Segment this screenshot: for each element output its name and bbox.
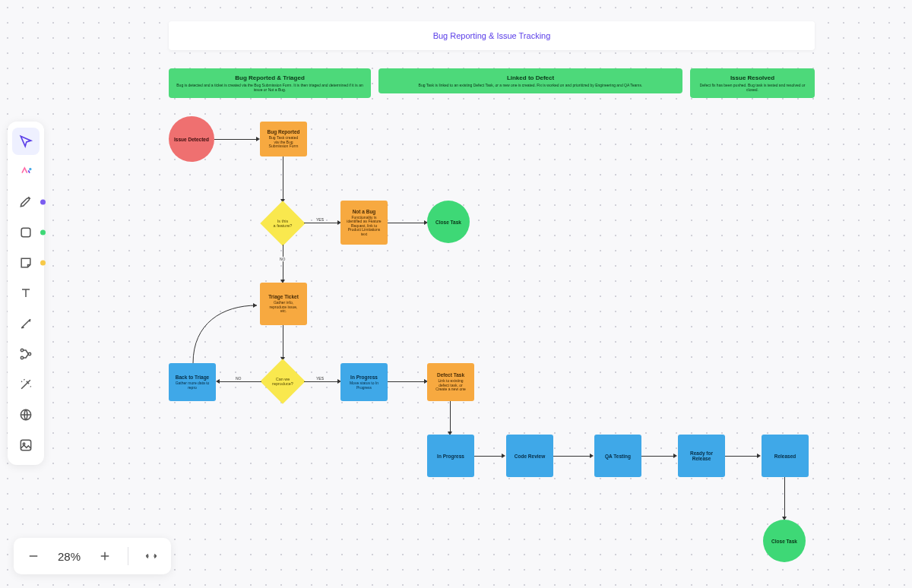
arrow-head-icon [216, 379, 220, 384]
node-label: Close Task [435, 220, 461, 225]
node-ready-for-release[interactable]: Ready for Release [678, 435, 725, 477]
header-title: Issue Resolved [698, 74, 807, 81]
note-color-dot [40, 261, 46, 266]
diagram-title: Bug Reporting & Issue Tracking [433, 31, 551, 40]
sticky-note-tool[interactable] [12, 249, 40, 277]
node-title: Bug Reported [268, 129, 300, 134]
arrow [304, 223, 339, 223]
shape-color-dot [40, 230, 46, 236]
text-tool[interactable] [12, 280, 40, 307]
node-not-a-bug[interactable]: Not a Bug Functionality is identified as… [340, 201, 388, 245]
node-label: Code Review [515, 454, 545, 459]
arrow [784, 477, 785, 518]
header-issue-resolved[interactable]: Issue Resolved Defect fix has been pushe… [690, 68, 815, 98]
node-title: Triage Ticket [268, 294, 299, 299]
arrow [214, 139, 256, 140]
node-subtitle: Link to existing defect task, or Create … [430, 379, 471, 392]
svg-point-1 [21, 349, 23, 351]
node-subtitle: Gather info, reproduce issue, etc. [263, 301, 304, 314]
arrow [388, 381, 426, 382]
node-qa-testing[interactable]: QA Testing [594, 435, 641, 477]
arrow [388, 223, 426, 223]
zoom-in-button[interactable] [91, 542, 119, 570]
arrow-head-icon [673, 454, 677, 458]
arrow [304, 381, 339, 382]
node-released[interactable]: Released [762, 435, 809, 477]
node-can-reproduce-decision[interactable]: Can we reproduce? [260, 359, 306, 404]
arrow [725, 456, 758, 457]
web-tool[interactable] [12, 401, 40, 428]
connector-tool[interactable] [12, 310, 40, 337]
select-tool[interactable] [12, 128, 40, 155]
svg-rect-5 [21, 440, 30, 450]
ai-tool[interactable] [12, 158, 40, 185]
arrow [283, 156, 283, 201]
node-title: Defect Task [437, 372, 464, 378]
arrow [641, 456, 675, 457]
mindmap-tool[interactable] [12, 340, 40, 368]
header-linked-defect[interactable]: Linked to Defect Bug Task is linked to a… [378, 68, 682, 93]
node-subtitle: Gather more data to repro [172, 381, 213, 390]
divider [128, 547, 128, 565]
arrow [218, 381, 261, 382]
node-label: QA Testing [605, 454, 631, 459]
node-close-task-2[interactable]: Close Task [763, 520, 806, 562]
diagram-title-card[interactable]: Bug Reporting & Issue Tracking [169, 21, 815, 50]
svg-point-3 [28, 352, 30, 355]
arrow-head-icon [757, 454, 761, 458]
node-code-review[interactable]: Code Review [506, 435, 553, 477]
arrow [283, 325, 283, 359]
header-subtitle: Bug is detected and a ticket is created … [176, 83, 363, 92]
header-subtitle: Bug Task is linked to an existing Defect… [386, 83, 675, 87]
arrow [474, 456, 503, 457]
toolbar [8, 122, 44, 465]
pen-color-dot [40, 200, 46, 205]
node-in-progress-1[interactable]: In Progress Move status to In Progress [340, 363, 388, 401]
node-label: Close Task [771, 539, 797, 544]
node-title: Not a Bug [353, 209, 376, 214]
decision-line2: a feature? [274, 223, 293, 228]
node-subtitle: Move status to In Progress [344, 381, 385, 390]
arrow-label-yes: YES [315, 376, 325, 381]
arrow-label-yes: YES [315, 217, 325, 222]
node-title: Back to Triage [176, 375, 209, 380]
arrow-label-no: NO [234, 376, 243, 381]
svg-rect-0 [21, 228, 30, 237]
image-tool[interactable] [12, 432, 40, 459]
node-label: Issue Detected [174, 137, 209, 142]
node-subtitle: Bug Task created via the Bug Submission … [263, 136, 304, 149]
arrow-head-icon [590, 454, 594, 458]
decision-line2: reproduce? [272, 381, 293, 386]
fit-to-screen-button[interactable] [138, 542, 165, 570]
arrow [450, 401, 451, 433]
node-bug-reported[interactable]: Bug Reported Bug Task created via the Bu… [260, 122, 307, 156]
node-issue-detected[interactable]: Issue Detected [169, 116, 214, 162]
arrow-label-no: NO [278, 257, 287, 261]
header-subtitle: Defect fix has been pushed. Bug task is … [698, 83, 807, 92]
header-bug-reported[interactable]: Bug Reported & Triaged Bug is detected a… [169, 68, 371, 98]
header-title: Linked to Defect [386, 74, 675, 81]
arrow-head-icon [502, 454, 505, 458]
magic-tool[interactable] [12, 371, 40, 398]
node-defect-task[interactable]: Defect Task Link to existing defect task… [427, 363, 474, 401]
pen-tool[interactable] [12, 188, 40, 216]
node-close-task-1[interactable]: Close Task [427, 201, 470, 243]
node-label: Released [774, 454, 796, 459]
svg-point-2 [21, 356, 23, 359]
zoom-out-button[interactable] [20, 542, 47, 570]
node-triage-ticket[interactable]: Triage Ticket Gather info, reproduce iss… [260, 283, 307, 325]
arrow-head-icon [256, 137, 260, 141]
node-in-progress-2[interactable]: In Progress [427, 435, 474, 477]
node-title: In Progress [350, 375, 378, 380]
zoom-controls: 28% [14, 538, 171, 574]
node-is-feature-decision[interactable]: Is this a feature? [260, 201, 306, 246]
node-subtitle: Functionality is identified as Feature R… [344, 216, 385, 237]
arrow-curved [192, 301, 261, 365]
shape-tool[interactable] [12, 219, 40, 246]
header-title: Bug Reported & Triaged [176, 74, 363, 81]
zoom-level[interactable]: 28% [53, 550, 85, 563]
node-back-to-triage[interactable]: Back to Triage Gather more data to repro [169, 363, 216, 401]
arrow [553, 456, 591, 457]
arrow [283, 245, 283, 281]
node-label: Ready for Release [681, 450, 722, 461]
